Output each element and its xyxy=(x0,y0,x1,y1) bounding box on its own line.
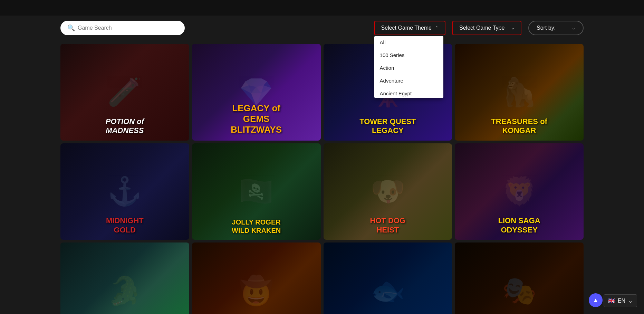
chevron-down-icon: ⌄ xyxy=(511,26,515,30)
sort-dropdown-button[interactable]: Sort by: ⌄ xyxy=(528,21,584,35)
theme-dropdown-list: All 100 Series Action Adventure Ancient … xyxy=(374,36,443,98)
search-box[interactable]: 🔍 xyxy=(60,21,185,35)
game-decoration-rich: 🎭 xyxy=(455,242,584,314)
game-title-treasures: TREASURES of KONGAR xyxy=(491,117,547,135)
theme-dropdown-button[interactable]: Select Game Theme ⌃ xyxy=(374,21,445,35)
lang-code: EN xyxy=(618,298,625,304)
game-card-hotdog[interactable]: 🐶HOT DOG HEIST xyxy=(324,143,452,240)
top-bar xyxy=(0,0,644,16)
chevron-up-icon: ⌃ xyxy=(435,26,439,30)
game-card-treasures[interactable]: 🦍TREASURES of KONGAR xyxy=(455,44,584,141)
game-card-midnight[interactable]: ⚓MIDNIGHT GOLD xyxy=(60,143,189,240)
sort-label: Sort by: xyxy=(537,25,556,31)
game-title-midnight: MIDNIGHT GOLD xyxy=(106,216,144,235)
scroll-top-button[interactable]: ▲ xyxy=(589,293,603,307)
theme-option-all[interactable]: All xyxy=(374,36,443,49)
sort-chevron-icon: ⌄ xyxy=(572,26,575,30)
theme-dropdown-menu: All 100 Series Action Adventure Ancient … xyxy=(374,36,443,98)
game-card-potion[interactable]: 🧪POTION of MADNESS xyxy=(60,44,189,141)
game-title-potion: POTION of MADNESS xyxy=(106,117,144,135)
game-decoration-wildest: 🤠 xyxy=(192,242,321,314)
language-selector[interactable]: 🇬🇧 EN ⌄ xyxy=(604,294,637,307)
search-icon: 🔍 xyxy=(67,24,75,32)
theme-label: Select Game Theme xyxy=(381,25,432,31)
game-title-tower: TOWER QUEST LEGACY xyxy=(359,117,416,135)
lang-chevron-icon: ⌄ xyxy=(628,297,633,304)
theme-dropdown-wrap: Select Game Theme ⌃ All 100 Series Actio… xyxy=(374,21,445,35)
toolbar: 🔍 Select Game Theme ⌃ All 100 Series Act… xyxy=(0,16,644,40)
game-card-wildest[interactable]: 🤠WILDEST xyxy=(192,242,321,314)
game-card-boat[interactable]: 🐟BOAT FIESTA xyxy=(324,242,452,314)
game-card-rich[interactable]: 🎭RICH WILDE and the PEARLS OF INDIA xyxy=(455,242,584,314)
type-dropdown-button[interactable]: Select Game Type ⌄ xyxy=(452,21,521,35)
game-title-jolly: JOLLY ROGER WILD KRAKEN xyxy=(232,218,281,235)
theme-option-adventure[interactable]: Adventure xyxy=(374,74,443,87)
type-label: Select Game Type xyxy=(459,25,504,31)
game-title-hotdog: HOT DOG HEIST xyxy=(370,216,406,235)
game-title-lion: LION SAGA ODYSSEY xyxy=(498,216,540,235)
scroll-top-icon: ▲ xyxy=(593,297,599,304)
game-card-jolly[interactable]: 🏴‍☠️JOLLY ROGER WILD KRAKEN xyxy=(192,143,321,240)
search-input[interactable] xyxy=(78,25,178,31)
theme-option-ancient-egypt[interactable]: Ancient Egypt xyxy=(374,87,443,98)
game-decoration-boat: 🐟 xyxy=(324,242,452,314)
game-card-sobek[interactable]: 🐊SOBEK'S xyxy=(60,242,189,314)
theme-option-100series[interactable]: 100 Series xyxy=(374,49,443,61)
game-title-legacy: LEGACY of GEMS BLITZWAYS xyxy=(224,103,288,135)
game-decoration-sobek: 🐊 xyxy=(60,242,189,314)
flag-icon: 🇬🇧 xyxy=(608,297,615,304)
theme-option-action[interactable]: Action xyxy=(374,61,443,74)
game-card-legacy[interactable]: 💎LEGACY of GEMS BLITZWAYS xyxy=(192,44,321,141)
game-card-lion[interactable]: 🦁LION SAGA ODYSSEY xyxy=(455,143,584,240)
game-grid: 🧪POTION of MADNESS💎LEGACY of GEMS BLITZW… xyxy=(0,40,644,314)
